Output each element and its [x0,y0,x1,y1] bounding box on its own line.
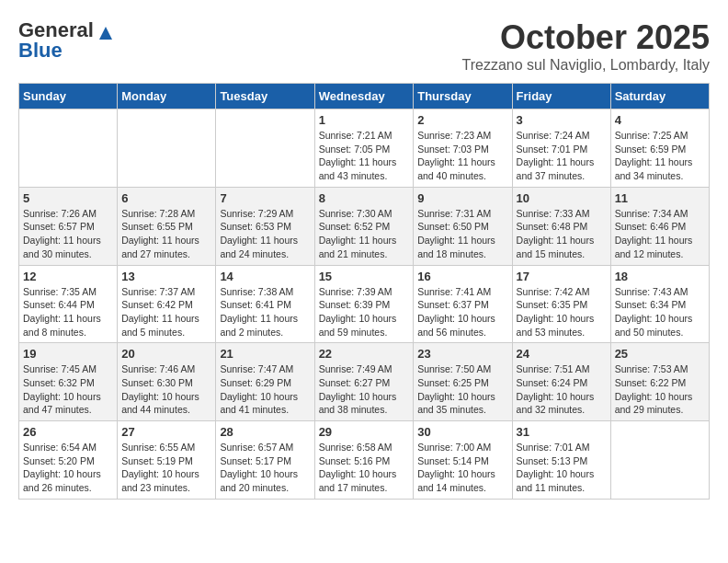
table-row: 13Sunrise: 7:37 AM Sunset: 6:42 PM Dayli… [118,265,216,343]
month-year: October 2025 [462,18,710,57]
header: General Blue October 2025 Trezzano sul N… [18,18,710,74]
calendar-week-row: 5Sunrise: 7:26 AM Sunset: 6:57 PM Daylig… [19,187,710,265]
table-row: 20Sunrise: 7:46 AM Sunset: 6:30 PM Dayli… [118,343,216,421]
table-row: 3Sunrise: 7:24 AM Sunset: 7:01 PM Daylig… [512,109,610,188]
title-section: October 2025 Trezzano sul Naviglio, Lomb… [462,18,710,74]
table-row: 8Sunrise: 7:30 AM Sunset: 6:52 PM Daylig… [314,187,414,265]
day-number: 24 [517,347,607,361]
col-thursday: Thursday [414,84,512,109]
col-saturday: Saturday [610,84,709,109]
table-row: 30Sunrise: 7:00 AM Sunset: 5:14 PM Dayli… [414,421,512,500]
day-info: Sunrise: 7:50 AM Sunset: 6:25 PM Dayligh… [417,362,507,417]
logo-blue-text: Blue [18,40,63,61]
day-info: Sunrise: 7:38 AM Sunset: 6:41 PM Dayligh… [220,285,310,339]
table-row: 1Sunrise: 7:21 AM Sunset: 7:05 PM Daylig… [314,109,414,188]
day-info: Sunrise: 7:23 AM Sunset: 7:03 PM Dayligh… [417,129,507,183]
calendar-week-row: 12Sunrise: 7:35 AM Sunset: 6:44 PM Dayli… [19,265,710,343]
col-tuesday: Tuesday [216,84,314,109]
day-info: Sunrise: 7:35 AM Sunset: 6:44 PM Dayligh… [23,285,113,339]
day-number: 3 [517,113,607,127]
day-info: Sunrise: 7:25 AM Sunset: 6:59 PM Dayligh… [615,129,705,183]
day-number: 4 [615,113,705,127]
day-number: 5 [23,191,113,205]
day-info: Sunrise: 6:57 AM Sunset: 5:17 PM Dayligh… [220,441,310,495]
day-info: Sunrise: 6:55 AM Sunset: 5:19 PM Dayligh… [121,441,211,495]
day-number: 7 [220,191,310,205]
col-monday: Monday [118,84,216,109]
day-number: 26 [23,425,113,439]
day-info: Sunrise: 7:45 AM Sunset: 6:32 PM Dayligh… [23,362,113,417]
day-info: Sunrise: 7:28 AM Sunset: 6:55 PM Dayligh… [121,207,211,261]
day-number: 10 [517,191,607,205]
day-number: 2 [417,113,507,127]
day-info: Sunrise: 7:24 AM Sunset: 7:01 PM Dayligh… [517,129,607,183]
table-row: 11Sunrise: 7:34 AM Sunset: 6:46 PM Dayli… [610,187,709,265]
day-number: 11 [615,191,705,205]
table-row: 25Sunrise: 7:53 AM Sunset: 6:22 PM Dayli… [610,343,709,421]
day-info: Sunrise: 7:21 AM Sunset: 7:05 PM Dayligh… [319,129,410,183]
table-row: 23Sunrise: 7:50 AM Sunset: 6:25 PM Dayli… [414,343,512,421]
day-info: Sunrise: 7:42 AM Sunset: 6:35 PM Dayligh… [517,285,607,339]
day-number: 19 [23,347,113,361]
table-row: 29Sunrise: 6:58 AM Sunset: 5:16 PM Dayli… [314,421,414,500]
day-number: 27 [121,425,211,439]
day-info: Sunrise: 7:41 AM Sunset: 6:37 PM Dayligh… [417,285,507,339]
table-row: 28Sunrise: 6:57 AM Sunset: 5:17 PM Dayli… [216,421,314,500]
table-row: 18Sunrise: 7:43 AM Sunset: 6:34 PM Dayli… [610,265,709,343]
svg-marker-0 [99,27,112,40]
table-row: 27Sunrise: 6:55 AM Sunset: 5:19 PM Dayli… [118,421,216,500]
day-number: 15 [319,270,410,283]
table-row: 15Sunrise: 7:39 AM Sunset: 6:39 PM Dayli… [314,265,414,343]
table-row: 16Sunrise: 7:41 AM Sunset: 6:37 PM Dayli… [414,265,512,343]
day-number: 9 [417,191,507,205]
day-number: 21 [220,347,310,361]
day-info: Sunrise: 7:53 AM Sunset: 6:22 PM Dayligh… [615,362,705,417]
day-number: 31 [517,425,607,439]
day-info: Sunrise: 7:30 AM Sunset: 6:52 PM Dayligh… [319,207,410,261]
calendar-week-row: 19Sunrise: 7:45 AM Sunset: 6:32 PM Dayli… [19,343,710,421]
table-row [610,421,709,500]
location: Trezzano sul Naviglio, Lombardy, Italy [462,57,710,74]
col-sunday: Sunday [19,84,118,109]
day-number: 30 [417,425,507,439]
calendar-week-row: 26Sunrise: 6:54 AM Sunset: 5:20 PM Dayli… [19,421,710,500]
day-number: 23 [417,347,507,361]
day-info: Sunrise: 7:39 AM Sunset: 6:39 PM Dayligh… [319,285,410,339]
table-row: 19Sunrise: 7:45 AM Sunset: 6:32 PM Dayli… [19,343,118,421]
table-row: 6Sunrise: 7:28 AM Sunset: 6:55 PM Daylig… [118,187,216,265]
day-number: 17 [517,270,607,283]
table-row: 17Sunrise: 7:42 AM Sunset: 6:35 PM Dayli… [512,265,610,343]
day-number: 22 [319,347,410,361]
day-info: Sunrise: 7:01 AM Sunset: 5:13 PM Dayligh… [517,441,607,495]
col-wednesday: Wednesday [314,84,414,109]
day-number: 28 [220,425,310,439]
calendar-week-row: 1Sunrise: 7:21 AM Sunset: 7:05 PM Daylig… [19,109,710,188]
day-info: Sunrise: 7:31 AM Sunset: 6:50 PM Dayligh… [417,207,507,261]
table-row [118,109,216,188]
table-row: 22Sunrise: 7:49 AM Sunset: 6:27 PM Dayli… [314,343,414,421]
day-info: Sunrise: 7:43 AM Sunset: 6:34 PM Dayligh… [615,285,705,339]
day-info: Sunrise: 7:47 AM Sunset: 6:29 PM Dayligh… [220,362,310,417]
table-row: 14Sunrise: 7:38 AM Sunset: 6:41 PM Dayli… [216,265,314,343]
table-row [19,109,118,188]
logo: General Blue [18,18,112,61]
day-number: 14 [220,270,310,283]
table-row: 4Sunrise: 7:25 AM Sunset: 6:59 PM Daylig… [610,109,709,188]
day-info: Sunrise: 7:29 AM Sunset: 6:53 PM Dayligh… [220,207,310,261]
day-number: 8 [319,191,410,205]
day-info: Sunrise: 7:34 AM Sunset: 6:46 PM Dayligh… [615,207,705,261]
day-number: 25 [615,347,705,361]
day-info: Sunrise: 7:46 AM Sunset: 6:30 PM Dayligh… [121,362,211,417]
day-number: 13 [121,270,211,283]
table-row: 2Sunrise: 7:23 AM Sunset: 7:03 PM Daylig… [414,109,512,188]
table-row: 5Sunrise: 7:26 AM Sunset: 6:57 PM Daylig… [19,187,118,265]
day-info: Sunrise: 7:49 AM Sunset: 6:27 PM Dayligh… [319,362,410,417]
day-number: 1 [319,113,410,127]
table-row: 24Sunrise: 7:51 AM Sunset: 6:24 PM Dayli… [512,343,610,421]
table-row: 7Sunrise: 7:29 AM Sunset: 6:53 PM Daylig… [216,187,314,265]
logo-triangle-icon [99,27,112,40]
table-row: 10Sunrise: 7:33 AM Sunset: 6:48 PM Dayli… [512,187,610,265]
calendar: Sunday Monday Tuesday Wednesday Thursday… [18,83,710,500]
day-info: Sunrise: 7:37 AM Sunset: 6:42 PM Dayligh… [121,285,211,339]
day-info: Sunrise: 7:51 AM Sunset: 6:24 PM Dayligh… [517,362,607,417]
